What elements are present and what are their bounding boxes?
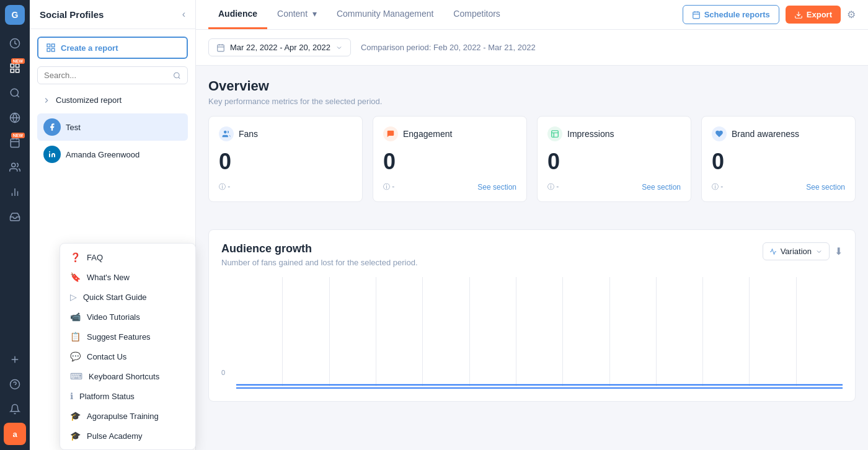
profile-item-amanda[interactable]: Amanda Greenwood — [37, 141, 188, 168]
help-video-tutorials-item[interactable]: 📹 Video Tutorials — [60, 307, 195, 327]
content-dropdown-icon: ▾ — [312, 9, 317, 19]
impressions-label: Impressions — [567, 129, 614, 139]
nav-bar-chart-icon[interactable] — [4, 181, 26, 203]
help-contact-us-item[interactable]: 💬 Contact Us — [60, 346, 195, 366]
help-faq-label: FAQ — [87, 253, 103, 262]
nav-inbox2-icon[interactable] — [4, 206, 26, 228]
date-picker[interactable]: Mar 22, 2022 - Apr 20, 2022 — [208, 38, 351, 56]
engagement-footer: ⓘ - See section — [383, 182, 516, 192]
tab-content[interactable]: Content ▾ — [267, 0, 327, 29]
date-range-value: Mar 22, 2022 - Apr 20, 2022 — [230, 43, 330, 52]
topbar-tabs: Audience Content ▾ Community Management … — [208, 0, 683, 29]
help-agorapulse-training-label: Agorapulse Training — [87, 412, 159, 421]
svg-point-24 — [49, 151, 50, 152]
search-icon — [173, 71, 181, 80]
profile-item-test[interactable]: Test — [37, 113, 188, 141]
profile-name-test: Test — [66, 123, 81, 132]
nav-rail: G NEW NEW a — [0, 0, 30, 450]
overview-subtitle: Key performance metrics for the selected… — [208, 97, 856, 106]
help-platform-status-item[interactable]: ℹ Platform Status — [60, 386, 195, 406]
impressions-info-icon: ⓘ — [547, 183, 554, 190]
platform-status-icon: ℹ — [70, 391, 73, 401]
chart-container: 0 — [221, 277, 843, 389]
quick-start-icon: ▷ — [70, 292, 77, 302]
keyboard-shortcuts-icon: ⌨ — [70, 371, 82, 381]
settings-icon[interactable]: ⚙ — [847, 9, 856, 20]
svg-rect-21 — [51, 48, 55, 51]
main-content: Audience Content ▾ Community Management … — [196, 0, 868, 450]
nav-globe-icon[interactable] — [4, 107, 26, 129]
brand-footer: ⓘ - See section — [712, 182, 845, 192]
svg-rect-30 — [218, 45, 224, 51]
profile-avatar-test — [43, 118, 61, 136]
nav-calendar-icon[interactable]: NEW — [4, 131, 26, 154]
tab-competitors[interactable]: Competitors — [443, 0, 510, 29]
help-quick-start-item[interactable]: ▷ Quick Start Guide — [60, 287, 195, 307]
svg-point-5 — [11, 89, 18, 96]
metric-card-brand-awareness: Brand awareness 0 ⓘ - See section — [701, 116, 856, 202]
help-keyboard-shortcuts-item[interactable]: ⌨ Keyboard Shortcuts — [60, 366, 195, 386]
svg-rect-20 — [51, 44, 55, 47]
chart-y-label: 0 — [221, 369, 225, 376]
help-pulse-academy-item[interactable]: 🎓 Pulse Academy — [60, 426, 195, 446]
overview-title: Overview — [208, 78, 856, 94]
help-faq-item[interactable]: ❓ FAQ — [60, 247, 195, 267]
fans-icon — [219, 126, 234, 141]
linkedin-icon — [48, 151, 56, 158]
nav-search-icon[interactable] — [4, 82, 26, 104]
nav-reports-icon[interactable]: NEW — [4, 57, 26, 79]
impressions-value: 0 — [547, 149, 681, 175]
help-whats-new-item[interactable]: 🔖 What's New — [60, 267, 195, 287]
create-report-button[interactable]: Create a report — [37, 37, 188, 59]
export-button[interactable]: Export — [786, 6, 841, 24]
contact-us-icon: 💬 — [70, 351, 81, 361]
impressions-footer: ⓘ - See section — [547, 182, 681, 192]
help-pulse-academy-label: Pulse Academy — [87, 431, 143, 441]
svg-point-34 — [224, 131, 227, 134]
svg-rect-3 — [16, 69, 19, 73]
engagement-see-section[interactable]: See section — [477, 183, 516, 192]
impressions-see-section[interactable]: See section — [642, 183, 681, 192]
profile-avatar-amanda — [43, 146, 61, 163]
schedule-reports-label: Schedule reports — [704, 10, 770, 19]
tab-community-management[interactable]: Community Management — [327, 0, 443, 29]
svg-rect-7 — [11, 139, 19, 148]
nav-help-icon[interactable] — [4, 373, 26, 395]
nav-inbox-icon[interactable] — [4, 32, 26, 55]
fans-value: 0 — [219, 149, 352, 175]
download-icon[interactable]: ⬇ — [835, 245, 843, 257]
customized-report-item[interactable]: Customized report — [37, 92, 188, 108]
metric-header-fans: Fans — [219, 126, 352, 141]
help-suggest-features-item[interactable]: 📋 Suggest Features — [60, 327, 195, 346]
brand-awareness-value: 0 — [712, 149, 845, 175]
whats-new-icon: 🔖 — [70, 272, 81, 282]
metric-header-impressions: Impressions — [547, 126, 681, 141]
svg-point-11 — [12, 163, 16, 167]
metric-card-impressions: Impressions 0 ⓘ - See section — [537, 116, 691, 202]
nav-users-icon[interactable] — [4, 156, 26, 179]
brand-see-section[interactable]: See section — [806, 183, 845, 192]
user-avatar[interactable]: G — [5, 5, 25, 25]
schedule-reports-button[interactable]: Schedule reports — [683, 5, 779, 24]
sidebar-collapse-icon[interactable]: ‹ — [182, 9, 185, 20]
help-suggest-features-label: Suggest Features — [87, 332, 151, 342]
metric-header-brand: Brand awareness — [712, 126, 845, 141]
brand-info-icon: ⓘ — [712, 183, 719, 190]
nav-bell-icon[interactable] — [4, 398, 26, 420]
growth-header: Audience growth Number of fans gained an… — [221, 242, 843, 267]
help-video-tutorials-label: Video Tutorials — [87, 312, 140, 322]
help-contact-us-label: Contact Us — [87, 352, 126, 361]
search-input[interactable] — [44, 71, 168, 80]
engagement-icon — [383, 126, 398, 141]
facebook-icon — [48, 123, 56, 131]
svg-rect-4 — [11, 69, 14, 73]
nav-brand-icon[interactable]: a — [4, 423, 26, 445]
svg-rect-22 — [47, 48, 50, 51]
tab-audience[interactable]: Audience — [208, 0, 267, 29]
date-bar: Mar 22, 2022 - Apr 20, 2022 Comparison p… — [196, 30, 868, 66]
variation-select[interactable]: Variation — [763, 242, 830, 260]
svg-rect-2 — [16, 64, 19, 67]
nav-add-icon[interactable] — [4, 348, 26, 371]
new-badge-2: NEW — [11, 133, 25, 138]
help-agorapulse-training-item[interactable]: 🎓 Agorapulse Training — [60, 406, 195, 426]
